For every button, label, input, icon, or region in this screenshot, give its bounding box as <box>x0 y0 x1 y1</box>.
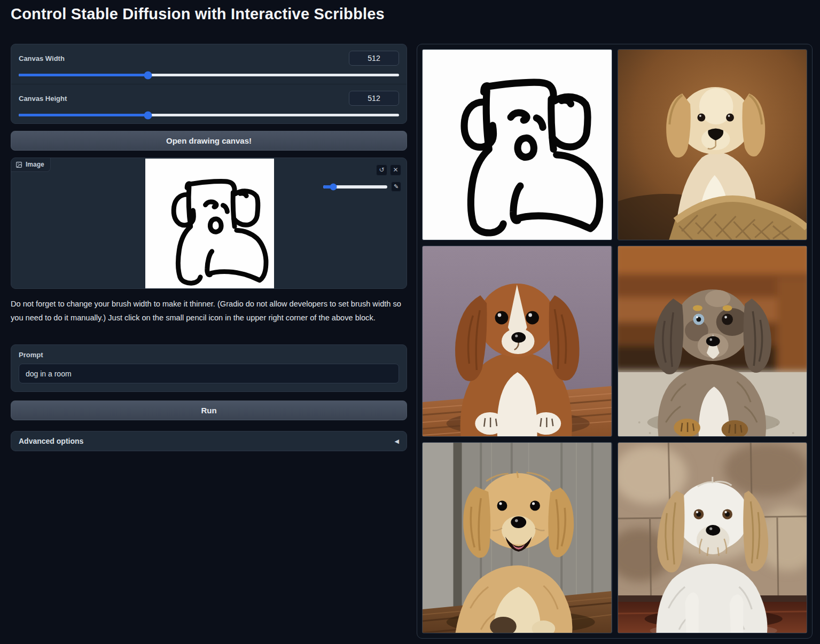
advanced-options-accordion[interactable]: Advanced options ◀ <box>11 431 407 451</box>
slider-thumb[interactable] <box>144 71 152 79</box>
chevron-left-icon: ◀ <box>395 438 399 445</box>
image-editor-label: Image <box>11 158 51 172</box>
advanced-options-label: Advanced options <box>19 437 83 445</box>
prompt-input[interactable] <box>19 364 399 383</box>
canvas-height-input[interactable] <box>349 91 399 106</box>
drawing-canvas[interactable] <box>145 159 274 288</box>
slider-fill <box>19 74 148 76</box>
prompt-label: Prompt <box>19 351 399 359</box>
run-button[interactable]: Run <box>11 400 407 420</box>
canvas-height-label: Canvas Height <box>19 95 67 103</box>
prompt-panel: Prompt <box>11 344 407 392</box>
canvas-width-input[interactable] <box>349 51 399 66</box>
undo-icon[interactable]: ↺ <box>376 164 387 176</box>
image-editor: Image ↺ ✕ ✎ <box>11 158 407 289</box>
brush-note: Do not forget to change your brush width… <box>11 297 406 325</box>
canvas-width-row: Canvas Width <box>11 44 407 84</box>
gallery-item-scribble[interactable] <box>422 49 612 240</box>
image-icon <box>15 161 22 168</box>
canvas-height-slider[interactable] <box>19 114 399 116</box>
gallery-item-dog-wood[interactable] <box>422 246 612 437</box>
brush-icon[interactable]: ✎ <box>391 182 401 192</box>
gallery-item-dog-merle[interactable] <box>618 246 808 437</box>
brush-size-slider[interactable] <box>323 185 387 189</box>
canvas-width-label: Canvas Width <box>19 54 65 62</box>
result-gallery <box>417 44 813 639</box>
slider-thumb[interactable] <box>144 111 152 119</box>
gradio-app: Control Stable Diffusion with Interactiv… <box>0 0 820 644</box>
canvas-size-panel: Canvas Width Canvas Height <box>11 44 407 124</box>
slider-thumb[interactable] <box>330 183 337 190</box>
gallery-item-dog-basket[interactable] <box>618 49 808 240</box>
page-title: Control Stable Diffusion with Interactiv… <box>11 5 385 23</box>
open-canvas-button[interactable]: Open drawing canvas! <box>11 131 407 151</box>
canvas-width-slider[interactable] <box>19 74 399 76</box>
canvas-height-row: Canvas Height <box>11 84 407 124</box>
clear-icon[interactable]: ✕ <box>390 164 401 176</box>
gallery-item-dog-white[interactable] <box>618 442 808 633</box>
slider-fill <box>19 114 148 116</box>
gallery-item-dog-happy[interactable] <box>422 442 612 633</box>
